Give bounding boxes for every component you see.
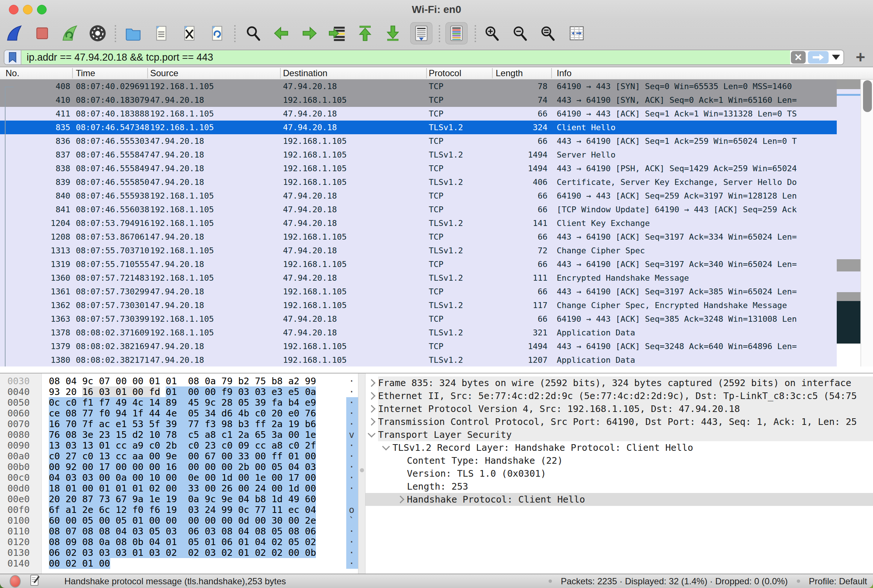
filter-history-dropdown-icon[interactable] — [829, 55, 843, 60]
expander-chevron-icon[interactable] — [366, 441, 393, 454]
hex-row[interactable]: 008076 08 3e 23 15 d2 10 78 c5 a8 c1 2a … — [0, 429, 358, 440]
colorize-icon[interactable] — [446, 22, 468, 44]
packet-row[interactable]: 131908:07:55.71055547.94.20.18192.168.1.… — [0, 257, 837, 271]
resize-columns-icon[interactable] — [566, 22, 588, 44]
close-file-icon[interactable] — [178, 22, 201, 44]
detail-row[interactable]: TLSv1.2 Record Layer: Handshake Protocol… — [366, 441, 873, 454]
detail-row[interactable]: Length: 253 — [366, 480, 873, 493]
column-header-source[interactable]: Source — [150, 68, 178, 78]
reload-file-icon[interactable] — [206, 22, 228, 44]
last-packet-icon[interactable] — [382, 22, 404, 44]
hex-row[interactable]: 010060 00 05 00 05 01 00 00 00 00 00 0d … — [0, 515, 358, 526]
expander-chevron-icon[interactable] — [366, 402, 378, 415]
filter-apply-icon[interactable] — [808, 51, 829, 64]
packet-row[interactable]: 83808:07:46.55584947.94.20.18192.168.1.1… — [0, 162, 837, 175]
packet-row[interactable]: 41108:07:40.183888192.168.1.10547.94.20.… — [0, 107, 837, 120]
packet-row[interactable]: 84008:07:46.555938192.168.1.10547.94.20.… — [0, 189, 837, 202]
hex-row[interactable]: 00f06f a1 2e 6c 12 f0 f6 19 03 24 99 0c … — [0, 504, 358, 515]
expander-chevron-icon[interactable] — [366, 428, 378, 441]
column-separator[interactable] — [147, 68, 148, 78]
packet-row[interactable]: 136108:07:57.73029947.94.20.18192.168.1.… — [0, 285, 837, 298]
hex-row[interactable]: 011008 07 08 08 04 03 05 03 06 03 08 04 … — [0, 526, 358, 537]
packet-bytes-pane[interactable]: 003008 04 9c 07 00 00 01 01 08 0a 79 b2 … — [0, 374, 358, 574]
go-to-packet-icon[interactable] — [326, 22, 348, 44]
chevron-right-icon[interactable] — [368, 392, 375, 400]
hex-row[interactable]: 00b000 92 00 17 00 00 00 16 00 00 00 2b … — [0, 462, 358, 472]
display-filter-field[interactable]: ip.addr == 47.94.20.18 && tcp.port == 44… — [4, 50, 844, 65]
packet-row[interactable]: 136308:07:57.730399192.168.1.10547.94.20… — [0, 312, 837, 326]
packet-row[interactable]: 138008:08:02.38217147.94.20.18192.168.1.… — [0, 353, 837, 366]
packet-row[interactable]: 83508:07:46.547348192.168.1.10547.94.20.… — [0, 120, 837, 134]
hex-row[interactable]: 0060ce 08 77 f0 94 1f 44 4e 05 34 d6 4b … — [0, 408, 358, 418]
capture-comment-icon[interactable] — [30, 574, 40, 588]
hex-row[interactable]: 00500c c0 f1 f7 49 4c 14 89 45 9c 28 05 … — [0, 397, 358, 408]
detail-row[interactable]: Content Type: Handshake (22) — [366, 454, 873, 467]
intelligent-scrollbar-minimap[interactable] — [837, 80, 860, 366]
packet-row[interactable]: 120808:07:53.86706147.94.20.18192.168.1.… — [0, 230, 837, 244]
expander-chevron-icon[interactable] — [366, 415, 378, 428]
column-header-length[interactable]: Length — [496, 68, 523, 78]
capture-restart-icon[interactable] — [58, 22, 81, 44]
hex-row[interactable]: 007016 70 7f ac e1 53 5f 39 77 f3 98 b3 … — [0, 418, 358, 429]
zoom-reset-icon[interactable] — [537, 22, 559, 44]
previous-packet-icon[interactable] — [270, 22, 292, 44]
packet-row[interactable]: 41008:07:40.18307947.94.20.18192.168.1.1… — [0, 93, 837, 107]
detail-row[interactable]: Ethernet II, Src: 5e:77:4c:d2:2d:9c (5e:… — [366, 389, 873, 402]
column-separator[interactable] — [492, 68, 493, 78]
column-header-protocol[interactable]: Protocol — [429, 68, 461, 78]
detail-row[interactable]: Transport Layer Security — [366, 428, 873, 441]
capture-stop-icon[interactable] — [31, 22, 53, 44]
hex-row[interactable]: 00a0c0 27 c0 13 cc aa 00 9e 00 67 00 33 … — [0, 451, 358, 462]
column-header-time[interactable]: Time — [76, 68, 95, 78]
hex-row[interactable]: 00c004 03 03 00 0a 00 10 00 0e 00 1d 00 … — [0, 472, 358, 483]
filter-bookmark-icon[interactable] — [4, 50, 21, 64]
packet-row[interactable]: 40808:07:40.029691192.168.1.10547.94.20.… — [0, 80, 837, 93]
expander-chevron-icon[interactable] — [366, 493, 407, 506]
expander-chevron-icon[interactable] — [366, 376, 378, 389]
hex-row[interactable]: 013006 02 03 03 03 01 03 02 02 03 02 01 … — [0, 548, 358, 558]
save-file-icon[interactable] — [150, 22, 172, 44]
expert-info-icon[interactable] — [10, 575, 21, 588]
detail-row[interactable]: Handshake Protocol: Client Hello — [366, 493, 873, 506]
packet-row[interactable]: 120408:07:53.794916192.168.1.10547.94.20… — [0, 216, 837, 230]
packet-row[interactable]: 137808:08:02.371609192.168.1.10547.94.20… — [0, 326, 837, 339]
capture-start-icon[interactable] — [3, 22, 25, 44]
pane-splitter-handle[interactable] — [360, 468, 364, 472]
zoom-in-icon[interactable] — [481, 22, 503, 44]
detail-row[interactable]: Version: TLS 1.0 (0x0301) — [366, 467, 873, 480]
packet-row[interactable]: 131308:07:55.703710192.168.1.10547.94.20… — [0, 244, 837, 257]
packet-row[interactable]: 136008:07:57.721483192.168.1.10547.94.20… — [0, 271, 837, 285]
find-packet-magnifier-icon[interactable] — [242, 22, 264, 44]
hex-row[interactable]: 00e020 20 87 73 67 9a 1e 19 0a 9c 9e 04 … — [0, 494, 358, 504]
display-filter-input[interactable]: ip.addr == 47.94.20.18 && tcp.port == 44… — [21, 50, 790, 64]
detail-row[interactable]: Frame 835: 324 bytes on wire (2592 bits)… — [366, 376, 873, 389]
chevron-down-icon[interactable] — [382, 442, 390, 450]
hex-row[interactable]: 004093 20 16 03 01 00 fd 01 00 00 f9 03 … — [0, 387, 358, 397]
detail-row[interactable]: Transmission Control Protocol, Src Port:… — [366, 415, 873, 428]
open-file-folder-icon[interactable] — [122, 22, 144, 44]
first-packet-icon[interactable] — [354, 22, 376, 44]
packet-list-scrollbar-thumb[interactable] — [863, 80, 872, 112]
chevron-down-icon[interactable] — [368, 430, 375, 438]
zoom-out-icon[interactable] — [509, 22, 531, 44]
packet-row[interactable]: 84108:07:46.556038192.168.1.10547.94.20.… — [0, 202, 837, 216]
packet-row[interactable]: 136208:07:57.73030147.94.20.18192.168.1.… — [0, 298, 837, 312]
detail-row[interactable]: Internet Protocol Version 4, Src: 192.16… — [366, 402, 873, 415]
status-profile[interactable]: Profile: Default — [809, 576, 867, 586]
chevron-right-icon[interactable] — [368, 379, 375, 387]
next-packet-icon[interactable] — [298, 22, 321, 44]
auto-scroll-icon[interactable] — [410, 22, 432, 44]
hex-row[interactable]: 014000 02 01 00 — [0, 558, 358, 569]
column-header-no[interactable]: No. — [6, 68, 19, 78]
capture-options-gear-icon[interactable] — [87, 22, 109, 44]
column-header-destination[interactable]: Destination — [283, 68, 327, 78]
packet-list-scrollbar[interactable] — [860, 80, 873, 366]
hex-row[interactable]: 003008 04 9c 07 00 00 01 01 08 0a 79 b2 … — [0, 376, 358, 387]
chevron-right-icon[interactable] — [368, 418, 375, 426]
hex-row[interactable]: 012008 09 08 0a 08 0b 04 01 05 01 06 01 … — [0, 537, 358, 548]
column-separator[interactable] — [426, 68, 427, 78]
filter-clear-icon[interactable]: ✕ — [791, 51, 806, 64]
packet-row[interactable]: 83708:07:46.55584747.94.20.18192.168.1.1… — [0, 148, 837, 162]
expander-chevron-icon[interactable] — [366, 389, 378, 402]
column-separator[interactable] — [72, 68, 73, 78]
